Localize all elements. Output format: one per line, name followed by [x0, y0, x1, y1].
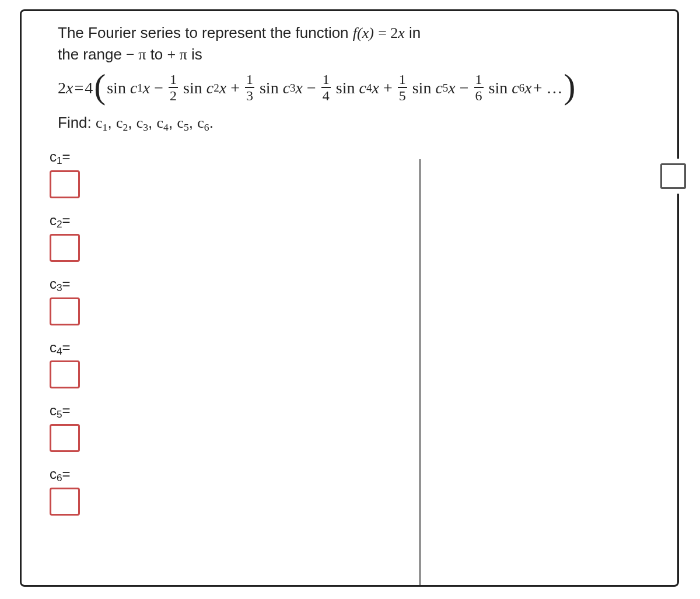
input-group-c2: c2= [50, 212, 659, 262]
term-2: 12 sin c2x [167, 73, 226, 103]
frac-1-2: 12 [169, 72, 178, 103]
fx: f(x) [353, 24, 374, 41]
label-c5: c5= [50, 402, 71, 421]
input-c4[interactable] [50, 360, 80, 388]
prompt-line-1: The Fourier series to represent the func… [58, 23, 654, 43]
term-4: 14 sin c4x [320, 73, 379, 103]
equals: = [74, 79, 83, 97]
find-c1: c1 [96, 114, 107, 131]
fourier-equation: 2x = 4 ( sin c1x − 12 sin c2x + 13 sin c… [40, 73, 659, 103]
find-c3: c3 [136, 114, 148, 131]
op-6: − [457, 79, 472, 97]
prompt-block: The Fourier series to represent the func… [40, 23, 659, 65]
coeff: 4 [85, 79, 93, 97]
eq-sign: = [378, 24, 390, 41]
lhs: 2x [58, 79, 73, 97]
is-word: is [191, 45, 202, 63]
input-c5[interactable] [50, 424, 80, 452]
find-c6: c6 [197, 114, 209, 131]
find-prefix: Find: [58, 114, 96, 131]
to-word: to [150, 45, 167, 63]
label-c6: c6= [50, 466, 71, 484]
answer-inputs: c1= c2= c3= c4= [40, 149, 659, 516]
frac-1-4: 14 [321, 72, 331, 103]
op-3: + [228, 79, 243, 97]
input-group-c6: c6= [50, 466, 659, 516]
in-word: in [409, 24, 421, 41]
range-prefix: the range [58, 45, 126, 63]
input-group-c4: c4= [50, 339, 659, 389]
term-6: 16 sin c6x [473, 73, 532, 103]
prompt-prefix: The Fourier series to represent the func… [58, 24, 353, 41]
op-2: − [151, 79, 166, 97]
prompt-line-2: the range − π to + π is [58, 44, 654, 65]
op-4: − [304, 79, 319, 97]
find-c5: c5 [177, 114, 188, 131]
find-c2: c2 [116, 114, 128, 131]
frac-1-6: 16 [474, 72, 484, 103]
label-c1: c1= [50, 149, 71, 167]
input-c1[interactable] [50, 170, 80, 198]
label-c4: c4= [50, 339, 71, 358]
term-1: sin c1x [107, 79, 150, 97]
label-c2: c2= [50, 212, 71, 230]
find-line: Find: c1, c2, c3, c4, c5, c6. [40, 114, 659, 134]
two-x: 2x [390, 24, 405, 41]
term-5: 15 sin c5x [397, 73, 456, 103]
trailing: + … [533, 79, 563, 97]
page: The Fourier series to represent the func… [0, 0, 700, 599]
input-c2[interactable] [50, 234, 80, 262]
input-group-c5: c5= [50, 402, 659, 452]
frac-1-3: 13 [245, 72, 254, 103]
input-c3[interactable] [50, 297, 80, 325]
label-c3: c3= [50, 276, 71, 294]
question-frame: The Fourier series to represent the func… [20, 9, 679, 587]
term-3: 13 sin c3x [244, 73, 303, 103]
frac-1-5: 15 [398, 72, 407, 103]
input-group-c1: c1= [50, 149, 659, 198]
plus-pi: + π [167, 46, 187, 63]
input-c6[interactable] [50, 488, 80, 516]
flag-question-checkbox[interactable] [660, 163, 686, 189]
input-group-c3: c3= [50, 276, 659, 325]
column-separator [419, 159, 421, 585]
find-c4: c4 [157, 114, 169, 131]
op-5: + [380, 79, 396, 97]
minus-pi: − π [126, 46, 146, 63]
